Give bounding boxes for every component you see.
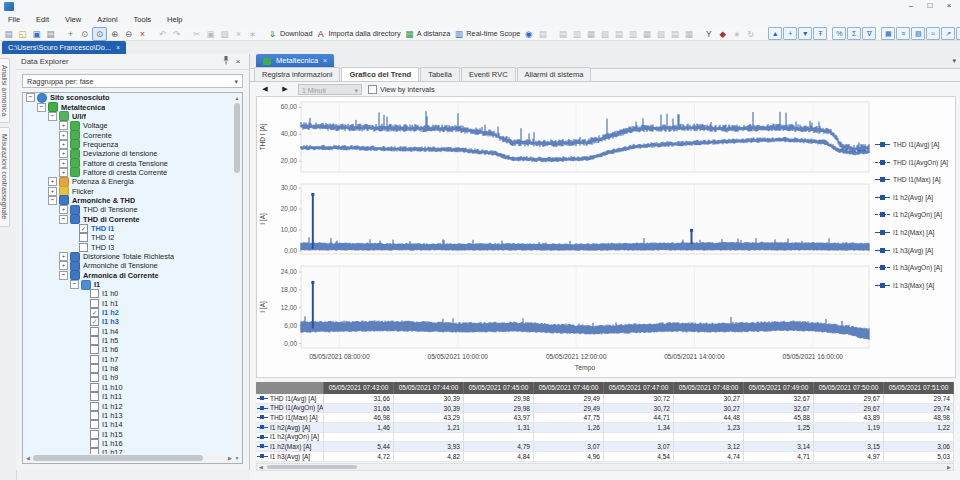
menu-file[interactable]: File: [0, 13, 28, 27]
menu-view[interactable]: View: [57, 13, 89, 27]
table-row[interactable]: I1 h2(Avg) [A]1,461,211,311,261,341,231,…: [256, 423, 954, 433]
table-row-label[interactable]: I1 h3(Avg) [A]: [256, 452, 324, 462]
zoom-in-icon[interactable]: ⊕: [108, 28, 121, 40]
tree-item[interactable]: THD I3: [23, 243, 242, 252]
tree-item[interactable]: ✓I1 h2: [23, 308, 242, 317]
table-column-header[interactable]: 05/05/2021 07:47:00: [604, 382, 674, 394]
view-add-icon[interactable]: +: [783, 27, 797, 40]
tree-item[interactable]: I1 h14: [23, 420, 242, 429]
collapse-icon[interactable]: −: [59, 271, 68, 280]
download-icon[interactable]: ⇓Download: [266, 28, 313, 40]
subtab-grafico-del-trend[interactable]: Grafico del Trend: [341, 67, 419, 81]
scroll-left-icon[interactable]: ◀: [24, 454, 32, 462]
tree-checkbox[interactable]: [90, 373, 99, 382]
scroll-up-icon[interactable]: ▲: [233, 94, 241, 102]
table-row-label[interactable]: I1 h2(Avg) [A]: [256, 423, 324, 433]
view-list-icon[interactable]: ≡: [896, 27, 910, 40]
trend-plot-2[interactable]: 0,0010,0020,0030,00I [A]: [257, 181, 955, 259]
tree-item[interactable]: −Sito sconosciuto: [23, 93, 242, 102]
table-row[interactable]: THD I1(Max) [A]46,9843,2943,9747,7544,71…: [256, 413, 954, 423]
tree-item[interactable]: I1 h13: [23, 411, 242, 420]
tree-item[interactable]: +Flicker: [23, 186, 242, 195]
table-column-header[interactable]: 05/05/2021 07:51:00: [884, 382, 954, 394]
tree-checkbox[interactable]: [90, 392, 99, 401]
tree-checkbox[interactable]: [90, 411, 99, 420]
tree-checkbox[interactable]: [90, 430, 99, 439]
tab-metaltecnica[interactable]: Metaltecnica ×: [256, 54, 334, 68]
table-row-label[interactable]: THD I1(Max) [A]: [256, 413, 324, 423]
tree-item[interactable]: +Distorsione Totale Richiesta: [23, 252, 242, 261]
tree-checkbox[interactable]: ✓: [79, 224, 88, 233]
tree-checkbox[interactable]: [79, 233, 88, 242]
save-icon[interactable]: ▣: [30, 28, 43, 40]
filter-icon[interactable]: Y: [702, 28, 715, 40]
tree-item[interactable]: −THD di Corrente: [23, 214, 242, 223]
tree-checkbox[interactable]: [90, 402, 99, 411]
tree-item[interactable]: I1 h7: [23, 355, 242, 364]
tree-horizontal-scrollbar[interactable]: ◀ ▶: [24, 454, 234, 462]
zoom-icon[interactable]: ⊙: [78, 28, 91, 40]
expand-icon[interactable]: +: [59, 140, 68, 149]
subtab-eventi-rvc[interactable]: Eventi RVC: [461, 67, 516, 81]
pan-icon[interactable]: +: [64, 28, 77, 40]
collapse-icon[interactable]: −: [59, 215, 68, 224]
table-column-header[interactable]: 05/05/2021 07:50:00: [814, 382, 884, 394]
view-table-icon[interactable]: ▦: [881, 27, 895, 40]
tree-item[interactable]: I1 h1: [23, 299, 242, 308]
expand-icon[interactable]: +: [59, 121, 68, 130]
expand-icon[interactable]: +: [59, 159, 68, 168]
tree-checkbox[interactable]: ✓: [90, 317, 99, 326]
zoom-lock-icon[interactable]: ⊙: [92, 27, 107, 41]
realtime-scope-icon[interactable]: ▥Real-time Scope: [452, 28, 521, 40]
trend-plot-1[interactable]: 20,0040,0060,00THD I [A]: [257, 99, 955, 177]
collapse-icon[interactable]: −: [48, 196, 57, 205]
expand-icon[interactable]: +: [59, 131, 68, 140]
subtab-allarmi-di-sistema[interactable]: Allarmi di sistema: [517, 67, 592, 81]
scroll-left-icon[interactable]: ◀: [257, 464, 265, 471]
table-row[interactable]: I1 h2(Max) [A]5,443,934,793,073,073,123,…: [256, 442, 954, 452]
tree-item[interactable]: −Metaltecnica: [23, 102, 242, 111]
marker-icon[interactable]: ◆: [716, 28, 729, 40]
expand-icon[interactable]: +: [59, 149, 68, 158]
tree-item[interactable]: +Deviazione di tensione: [23, 149, 242, 158]
expand-icon[interactable]: +: [59, 252, 68, 261]
tab-overflow-icon[interactable]: ▾: [952, 57, 956, 65]
open-folder-icon[interactable]: ◱: [16, 28, 29, 40]
import-directory-icon[interactable]: AImporta dalla directory: [314, 28, 401, 40]
tree-item[interactable]: I1 h11: [23, 392, 242, 401]
new-file-icon[interactable]: ▤: [2, 28, 15, 40]
tree-item[interactable]: +Frequenza: [23, 140, 242, 149]
document-tab[interactable]: C:\Users\Scuro Francesco\Do... ×: [2, 41, 126, 54]
tree-item[interactable]: +Fattore di cresta Tensione: [23, 158, 242, 167]
table-row-label[interactable]: THD I1(Avg) [A]: [256, 394, 324, 404]
print-icon[interactable]: ▤: [44, 28, 57, 40]
tree-item[interactable]: +Corrente: [23, 130, 242, 139]
tree-item[interactable]: I1 h15: [23, 429, 242, 438]
collapse-icon[interactable]: −: [37, 103, 46, 112]
tab-close-icon[interactable]: ×: [323, 54, 327, 68]
table-row[interactable]: I1 h2(AvgOn) [A]: [256, 433, 954, 443]
expand-icon[interactable]: +: [59, 261, 68, 270]
expand-icon[interactable]: +: [48, 187, 57, 196]
tree-item[interactable]: −I1: [23, 280, 242, 289]
table-row[interactable]: THD I1(Avg) [A]31,6630,3929,9829,4930,72…: [256, 394, 954, 404]
close-view-icon[interactable]: ×: [136, 28, 149, 40]
tree-checkbox[interactable]: [90, 383, 99, 392]
tree-item[interactable]: I1 h0: [23, 289, 242, 298]
view-annotate-icon[interactable]: ✎: [956, 27, 960, 40]
table-row[interactable]: I1 h3(Avg) [A]4,724,824,844,964,544,744,…: [256, 452, 954, 462]
tree-checkbox[interactable]: [79, 243, 88, 252]
view-filter-icon[interactable]: ∇: [862, 27, 876, 40]
view-sigma-icon[interactable]: Σ: [847, 27, 861, 40]
tree-checkbox[interactable]: [90, 439, 99, 448]
menu-azioni[interactable]: Azioni: [89, 13, 125, 27]
table-column-header[interactable]: 05/05/2021 07:43:00: [324, 382, 394, 394]
tree-item[interactable]: I1 h12: [23, 401, 242, 410]
remote-icon[interactable]: ▦A distanza: [403, 28, 452, 40]
tree-item[interactable]: ✓THD I1: [23, 224, 242, 233]
view-percent-icon[interactable]: %: [832, 27, 846, 40]
table-row-label[interactable]: THD I1(AvgOn) [A]: [256, 404, 324, 414]
collapse-icon[interactable]: −: [48, 112, 57, 121]
view-threshold-icon[interactable]: Ŧ: [813, 27, 827, 40]
table-column-header[interactable]: 05/05/2021 07:44:00: [394, 382, 464, 394]
